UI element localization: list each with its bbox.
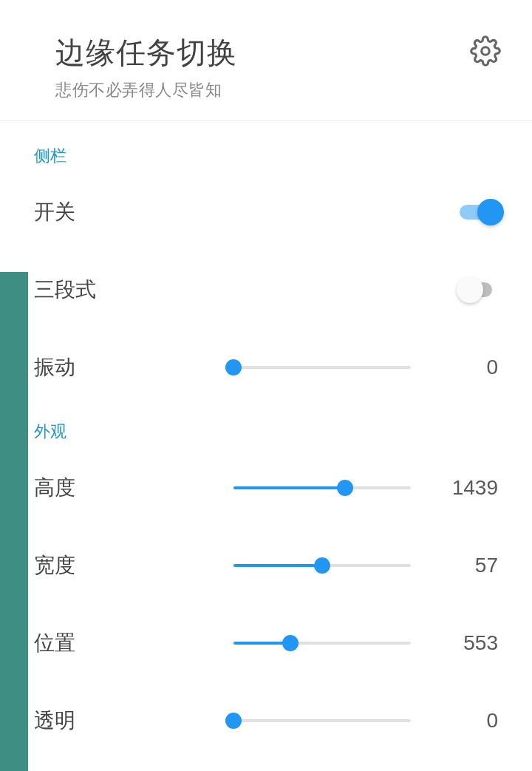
slider-track (233, 642, 411, 645)
page-title: 边缘任务切换 (55, 33, 502, 73)
setting-row-three-stage: 三段式 (0, 251, 532, 328)
slider-track (233, 719, 411, 722)
section-label-sidebar: 侧栏 (0, 121, 532, 173)
gear-icon (470, 56, 501, 69)
slider-thumb[interactable] (225, 713, 242, 729)
setting-label-vibration: 振动 (34, 353, 163, 381)
opacity-slider[interactable] (233, 719, 483, 722)
position-slider[interactable] (233, 642, 483, 645)
setting-label-opacity: 透明 (34, 707, 163, 735)
setting-label-position: 位置 (34, 629, 163, 657)
height-slider[interactable] (233, 486, 483, 489)
switch-thumb (477, 199, 504, 225)
setting-label-height: 高度 (34, 474, 163, 502)
setting-label-width: 宽度 (34, 551, 163, 580)
slider-track (233, 366, 411, 369)
slider-thumb[interactable] (314, 557, 330, 574)
setting-row-width: 宽度 57 (0, 526, 532, 604)
switch-thumb (457, 276, 483, 303)
slider-thumb[interactable] (282, 635, 299, 651)
position-value: 553 (463, 631, 498, 655)
slider-thumb[interactable] (225, 359, 242, 376)
vibration-value: 0 (486, 356, 498, 379)
slider-track (233, 564, 411, 567)
power-toggle[interactable] (460, 199, 498, 225)
setting-row-opacity: 透明 0 (0, 682, 532, 759)
slider-track (233, 486, 411, 489)
header: 边缘任务切换 悲伤不必弄得人尽皆知 (0, 0, 532, 121)
slider-thumb[interactable] (337, 480, 353, 496)
vibration-slider[interactable] (233, 366, 483, 369)
svg-point-0 (482, 47, 490, 55)
settings-button[interactable] (470, 35, 501, 67)
setting-label-power: 开关 (34, 198, 163, 226)
opacity-value: 0 (486, 709, 498, 733)
slider-fill (233, 486, 345, 489)
setting-row-power: 开关 (0, 173, 532, 251)
slider-fill (233, 564, 322, 567)
height-value: 1439 (452, 476, 498, 500)
setting-row-height: 高度 1439 (0, 449, 532, 526)
page-subtitle: 悲伤不必弄得人尽皆知 (55, 79, 502, 101)
width-value: 57 (475, 554, 498, 577)
setting-label-three-stage: 三段式 (34, 276, 163, 304)
width-slider[interactable] (233, 564, 483, 567)
section-label-appearance: 外观 (0, 406, 532, 449)
setting-row-position: 位置 553 (0, 604, 532, 682)
three-stage-toggle[interactable] (460, 276, 498, 303)
setting-row-vibration: 振动 0 (0, 328, 532, 406)
